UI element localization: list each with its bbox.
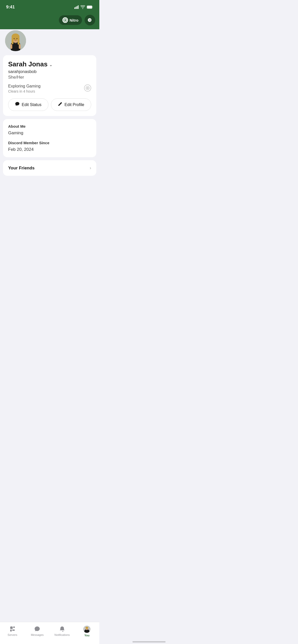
status-text-area: Exploring Gaming Clears in 4 hours	[8, 84, 40, 93]
status-bar: 9:41	[0, 0, 99, 13]
pencil-icon	[58, 102, 62, 108]
nitro-button[interactable]: Nitro	[59, 15, 82, 25]
friends-label: Your Friends	[8, 166, 35, 171]
status-icons	[74, 5, 93, 9]
signal-icon	[74, 5, 79, 9]
wifi-icon	[80, 5, 85, 9]
svg-rect-18	[10, 44, 12, 49]
avatar-area	[0, 29, 99, 52]
status-time: 9:41	[6, 5, 15, 10]
username: sarahjonasbob	[8, 69, 91, 74]
display-name: Sarah Jonas	[8, 60, 48, 68]
battery-icon	[87, 5, 93, 9]
svg-point-17	[16, 38, 18, 39]
svg-point-16	[13, 38, 15, 39]
edit-profile-button[interactable]: Edit Profile	[51, 98, 91, 111]
svg-rect-0	[74, 7, 75, 9]
edit-profile-label: Edit Profile	[64, 103, 84, 107]
avatar-image	[5, 30, 26, 51]
about-me-content: Gaming	[8, 130, 91, 136]
svg-rect-1	[76, 7, 76, 9]
svg-rect-3	[78, 5, 79, 9]
member-since-title: Discord Member Since	[8, 141, 91, 145]
clear-status-button[interactable]	[84, 84, 91, 92]
name-chevron-icon[interactable]: ⌄	[49, 62, 52, 67]
svg-rect-19	[19, 44, 21, 49]
about-me-title: About Me	[8, 124, 91, 128]
user-name-row: Sarah Jonas ⌄	[8, 60, 91, 68]
profile-card: Sarah Jonas ⌄ sarahjonasbob She/Her Expl…	[3, 55, 96, 116]
svg-rect-5	[87, 6, 92, 9]
svg-rect-2	[77, 6, 77, 9]
svg-rect-14	[12, 37, 13, 44]
friends-card[interactable]: Your Friends ›	[3, 160, 96, 176]
status-text: Exploring Gaming	[8, 84, 40, 89]
edit-status-button[interactable]: Edit Status	[8, 98, 48, 111]
svg-rect-15	[18, 37, 19, 45]
pronouns: She/Her	[8, 75, 91, 80]
status-row: Exploring Gaming Clears in 4 hours	[8, 84, 91, 93]
avatar[interactable]	[4, 29, 27, 52]
gear-icon	[87, 18, 92, 23]
friends-chevron-icon: ›	[90, 165, 91, 171]
chat-bubble-icon	[15, 102, 20, 108]
settings-button[interactable]	[85, 15, 95, 25]
x-circle-icon	[86, 86, 89, 90]
member-since-date: Feb 20, 2024	[8, 147, 91, 152]
edit-status-label: Edit Status	[22, 103, 41, 107]
svg-point-7	[64, 19, 66, 21]
nitro-label: Nitro	[70, 18, 78, 22]
action-buttons: Edit Status Edit Profile	[8, 98, 91, 111]
about-card: About Me Gaming Discord Member Since Feb…	[3, 119, 96, 157]
nitro-icon	[62, 17, 68, 23]
status-clears: Clears in 4 hours	[8, 89, 40, 93]
